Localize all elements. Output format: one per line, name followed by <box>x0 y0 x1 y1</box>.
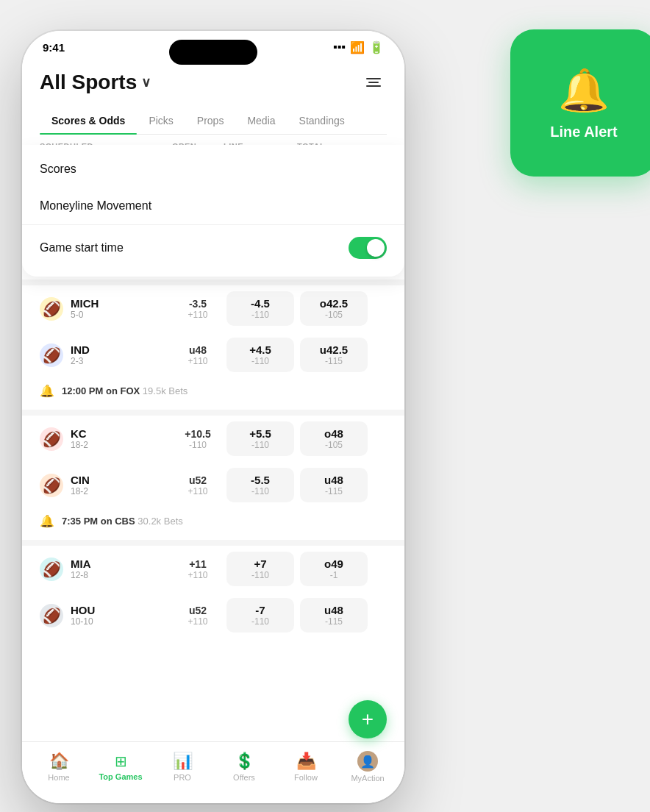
nav-pro[interactable]: 📊 PRO <box>151 752 213 782</box>
hou-open-main: u52 <box>172 605 224 616</box>
hou-open: u52 +110 <box>172 605 224 627</box>
nav-myaction[interactable]: 👤 MyAction <box>337 751 399 783</box>
bottom-nav: 🏠 Home ⊞ Top Games 📊 PRO 💲 Offers 📥 Foll… <box>22 741 404 803</box>
phone-content: 9:41 ▪▪▪ 📶 🔋 All Sports ∨ <box>22 31 404 803</box>
mia-total-cell[interactable]: o49 -1 <box>297 552 371 586</box>
mich-total-cell[interactable]: o42.5 -105 <box>297 291 371 326</box>
kc-open: +10.5 -110 <box>172 428 224 450</box>
nav-top-games-label: Top Games <box>99 772 142 781</box>
game-group-3: 🏈 KC 18-2 +10.5 -110 +5.5 -110 <box>22 416 404 537</box>
divider-1 <box>22 279 404 285</box>
bell-icon-2: 🔔 <box>40 384 54 398</box>
kc-line-main: +5.5 <box>234 427 287 440</box>
tab-bar: Scores & Odds Picks Props Media Standing… <box>40 107 387 135</box>
ind-name: IND <box>71 343 90 356</box>
team-cin: 🏈 CIN 18-2 <box>40 474 172 497</box>
game-start-toggle[interactable] <box>349 237 387 259</box>
cin-line-main: -5.5 <box>234 474 287 486</box>
cin-total-cell[interactable]: u48 -115 <box>297 468 371 502</box>
alert-row-2: 🔔 12:00 PM on FOX 19.5k Bets <box>22 378 404 407</box>
mia-details: MIA 12-8 <box>71 558 91 580</box>
cin-line-cell[interactable]: -5.5 -110 <box>224 468 297 502</box>
mia-open-main: +11 <box>172 558 224 570</box>
filter-button[interactable] <box>360 69 387 96</box>
cin-total-sub: -115 <box>307 486 360 496</box>
mich-total-main: o42.5 <box>307 297 360 310</box>
status-icons: ▪▪▪ 📶 🔋 <box>333 40 384 54</box>
cin-total-main: u48 <box>307 474 360 486</box>
filter-line-2 <box>368 82 379 83</box>
kc-record: 18-2 <box>71 440 88 450</box>
team-mich: 🏈 MICH 5-0 <box>40 297 172 321</box>
mia-line-box: +7 -110 <box>226 552 294 586</box>
table-row[interactable]: 🏈 HOU 10-10 u52 +110 -7 -110 <box>22 592 404 638</box>
overlay-game-start[interactable]: Game start time <box>22 224 404 271</box>
divider-3 <box>22 540 404 546</box>
nav-follow-label: Follow <box>294 773 318 782</box>
mich-line-cell[interactable]: -4.5 -110 <box>224 291 297 326</box>
hou-open-sub: +110 <box>172 616 224 627</box>
tab-standings[interactable]: Standings <box>288 107 357 134</box>
offers-icon: 💲 <box>235 752 254 771</box>
mia-line-cell[interactable]: +7 -110 <box>224 552 297 586</box>
tab-scores-odds[interactable]: Scores & Odds <box>40 107 137 134</box>
ind-line-cell[interactable]: +4.5 -110 <box>224 338 297 372</box>
mia-total-sub: -1 <box>307 570 360 580</box>
table-row[interactable]: 🏈 CIN 18-2 u52 +110 -5.5 -110 <box>22 462 404 508</box>
avatar: 👤 <box>357 751 378 772</box>
tab-props[interactable]: Props <box>185 107 236 134</box>
phone-shell: 9:41 ▪▪▪ 📶 🔋 All Sports ∨ <box>22 31 404 803</box>
hou-name: HOU <box>71 604 95 616</box>
mich-line-box: -4.5 -110 <box>226 291 294 326</box>
mich-line-sub: -110 <box>234 310 287 320</box>
ind-open-sub: +110 <box>172 356 224 366</box>
nav-home-label: Home <box>48 773 69 782</box>
hou-total-cell[interactable]: u48 -115 <box>297 598 371 633</box>
add-fab-button[interactable]: + <box>349 700 387 738</box>
mia-open-sub: +110 <box>172 570 224 580</box>
cin-name: CIN <box>71 474 90 486</box>
overlay-scores[interactable]: Scores <box>22 151 404 188</box>
kc-line-cell[interactable]: +5.5 -110 <box>224 421 297 456</box>
ind-details: IND 2-3 <box>71 343 90 366</box>
overlay-moneyline[interactable]: Moneyline Movement <box>22 188 404 224</box>
nav-offers[interactable]: 💲 Offers <box>213 752 275 782</box>
ind-total-sub: -115 <box>307 356 360 366</box>
page-title[interactable]: All Sports ∨ <box>40 71 151 94</box>
hou-logo: 🏈 <box>40 604 63 627</box>
hou-total-sub: -115 <box>307 616 360 627</box>
nav-follow[interactable]: 📥 Follow <box>275 752 337 782</box>
cin-total-box: u48 -115 <box>300 468 368 502</box>
mich-record: 5-0 <box>71 310 99 320</box>
alert-text-3: 7:35 PM on CBS 30.2k Bets <box>62 516 183 527</box>
ind-open: u48 +110 <box>172 344 224 366</box>
top-games-icon: ⊞ <box>115 752 127 770</box>
chevron-down-icon[interactable]: ∨ <box>141 74 151 90</box>
kc-logo: 🏈 <box>40 427 63 451</box>
table-row[interactable]: 🏈 IND 2-3 u48 +110 +4.5 -110 <box>22 332 404 378</box>
hou-line-main: -7 <box>234 604 287 616</box>
ind-record: 2-3 <box>71 356 90 366</box>
mia-line-main: +7 <box>234 558 287 570</box>
nav-home[interactable]: 🏠 Home <box>28 752 90 782</box>
line-alert-title: Line Alert <box>550 124 618 140</box>
ind-line-sub: -110 <box>234 356 287 366</box>
team-hou: 🏈 HOU 10-10 <box>40 604 172 627</box>
nav-top-games[interactable]: ⊞ Top Games <box>90 752 151 781</box>
hou-line-cell[interactable]: -7 -110 <box>224 598 297 633</box>
line-alert-card: 🔔 Line Alert <box>510 29 650 177</box>
team-ind: 🏈 IND 2-3 <box>40 343 172 367</box>
nav-pro-label: PRO <box>174 773 191 782</box>
ind-total-cell[interactable]: u42.5 -115 <box>297 338 371 372</box>
table-row[interactable]: 🏈 MICH 5-0 -3.5 +110 -4.5 -110 <box>22 285 404 332</box>
tab-media[interactable]: Media <box>235 107 287 134</box>
mich-line-main: -4.5 <box>234 297 287 310</box>
table-row[interactable]: 🏈 KC 18-2 +10.5 -110 +5.5 -110 <box>22 416 404 462</box>
mich-logo: 🏈 <box>40 297 63 321</box>
tab-picks[interactable]: Picks <box>137 107 185 134</box>
ind-open-main: u48 <box>172 344 224 356</box>
kc-total-cell[interactable]: o48 -105 <box>297 421 371 456</box>
table-row[interactable]: 🏈 MIA 12-8 +11 +110 +7 -110 <box>22 546 404 592</box>
overlay-scores-label: Scores <box>40 163 76 176</box>
hou-total-box: u48 -115 <box>300 598 368 633</box>
